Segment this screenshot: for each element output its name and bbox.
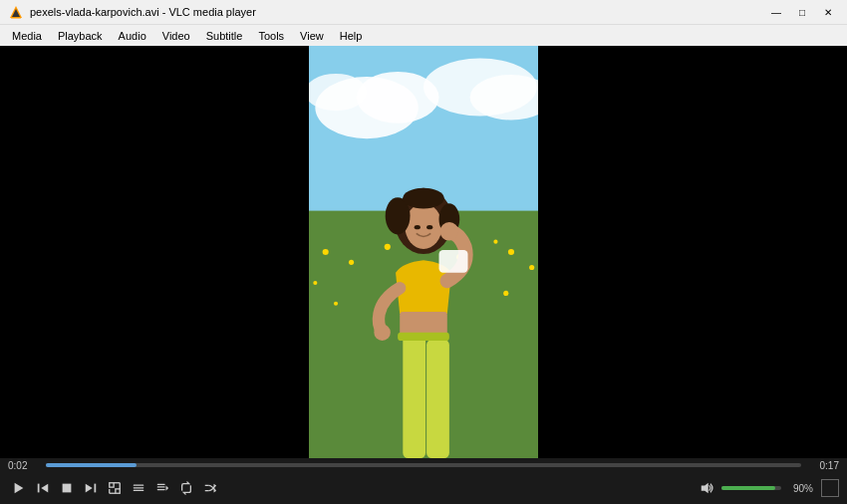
svg-point-33 <box>426 225 432 229</box>
svg-point-18 <box>334 302 338 306</box>
svg-rect-49 <box>157 484 165 485</box>
controls-area: 0:02 0:17 <box>0 458 847 504</box>
svg-rect-48 <box>134 490 144 491</box>
time-current: 0:02 <box>8 460 40 471</box>
title-bar: pexels-vlada-karpovich.avi - VLC media p… <box>0 0 847 24</box>
volume-percent: 90% <box>785 483 813 494</box>
svg-point-10 <box>323 249 329 255</box>
svg-point-29 <box>440 222 459 241</box>
svg-rect-31 <box>439 250 468 273</box>
video-frame <box>309 46 538 458</box>
play-icon <box>12 481 26 495</box>
svg-rect-46 <box>134 485 144 486</box>
svg-rect-50 <box>157 486 165 487</box>
svg-marker-39 <box>86 484 93 493</box>
svg-point-15 <box>529 265 534 270</box>
menu-bar: Media Playback Audio Video Subtitle Tool… <box>0 24 847 46</box>
next-button[interactable] <box>80 477 102 499</box>
play-button[interactable] <box>8 477 30 499</box>
menu-item-tools[interactable]: Tools <box>250 25 292 46</box>
svg-rect-21 <box>426 340 449 458</box>
previous-icon <box>36 481 50 495</box>
svg-point-32 <box>415 225 421 229</box>
extended-settings-button[interactable] <box>128 477 149 499</box>
loop-button[interactable] <box>175 477 197 499</box>
menu-item-view[interactable]: View <box>292 25 332 46</box>
svg-point-28 <box>403 188 443 209</box>
svg-marker-59 <box>702 483 708 494</box>
random-icon <box>203 481 217 495</box>
volume-fill <box>721 486 775 490</box>
buttons-row: 90% <box>0 472 847 504</box>
fullscreen-icon <box>108 481 122 495</box>
fullscreen-toggle-button[interactable] <box>104 477 126 499</box>
progress-track[interactable] <box>46 463 801 467</box>
svg-point-14 <box>508 249 514 255</box>
random-button[interactable] <box>199 477 221 499</box>
right-controls: 90% <box>696 477 839 499</box>
svg-rect-35 <box>38 484 40 493</box>
svg-marker-36 <box>41 484 48 493</box>
title-bar-left: pexels-vlada-karpovich.avi - VLC media p… <box>8 4 256 20</box>
progress-fill <box>46 463 137 467</box>
volume-button[interactable] <box>696 477 717 499</box>
svg-point-11 <box>349 260 354 265</box>
maximize-button[interactable]: □ <box>791 4 813 20</box>
svg-rect-2 <box>11 17 21 19</box>
svg-point-25 <box>405 203 441 249</box>
loop-icon <box>179 481 193 495</box>
svg-point-19 <box>503 291 508 296</box>
fullscreen-button[interactable] <box>821 479 839 497</box>
title-text: pexels-vlada-karpovich.avi - VLC media p… <box>30 6 256 18</box>
menu-item-audio[interactable]: Audio <box>111 25 154 46</box>
svg-point-13 <box>313 281 317 285</box>
playlist-button[interactable] <box>151 477 173 499</box>
svg-marker-52 <box>166 485 169 490</box>
svg-marker-34 <box>15 483 24 494</box>
extended-icon <box>132 481 145 495</box>
svg-point-16 <box>493 240 497 244</box>
playlist-icon <box>155 481 169 495</box>
svg-rect-37 <box>63 484 72 493</box>
svg-rect-23 <box>398 333 449 341</box>
volume-icon <box>700 481 713 495</box>
svg-point-12 <box>385 244 391 250</box>
vlc-icon <box>8 4 24 20</box>
time-total: 0:17 <box>807 460 839 471</box>
menu-item-playback[interactable]: Playback <box>50 25 111 46</box>
svg-point-30 <box>374 324 391 341</box>
minimize-button[interactable]: — <box>765 4 787 20</box>
menu-item-video[interactable]: Video <box>154 25 198 46</box>
svg-rect-38 <box>95 484 97 493</box>
previous-button[interactable] <box>32 477 54 499</box>
next-icon <box>84 481 98 495</box>
svg-rect-40 <box>110 483 114 487</box>
menu-item-subtitle[interactable]: Subtitle <box>198 25 251 46</box>
progress-bar-container: 0:02 0:17 <box>0 458 847 472</box>
video-area <box>0 46 847 458</box>
svg-rect-47 <box>134 487 144 488</box>
svg-rect-41 <box>116 489 120 493</box>
svg-rect-20 <box>403 335 425 458</box>
volume-track[interactable] <box>721 486 781 490</box>
menu-item-help[interactable]: Help <box>332 25 371 46</box>
svg-rect-51 <box>157 489 165 490</box>
stop-button[interactable] <box>56 477 78 499</box>
window-controls: — □ ✕ <box>765 4 839 20</box>
close-button[interactable]: ✕ <box>817 4 839 20</box>
menu-item-media[interactable]: Media <box>4 25 50 46</box>
stop-icon <box>60 481 74 495</box>
